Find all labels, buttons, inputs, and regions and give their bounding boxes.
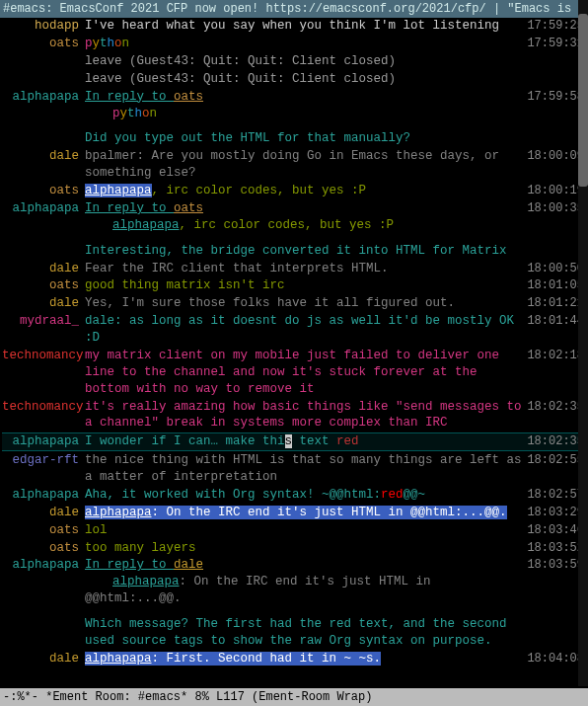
timestamp: 18:02:57 <box>525 487 586 503</box>
message-row: daleFear the IRC client that interprets … <box>2 261 586 277</box>
message-row: dalealphapapa: First. Second had it in ~… <box>2 651 586 667</box>
nick-dale: dale <box>2 505 85 521</box>
timestamp: 18:03:29 <box>525 505 586 520</box>
message-row: oatsalphapapa, irc color codes, but yes … <box>2 183 586 199</box>
message-row: alphapapaI wonder if I can… make this te… <box>2 432 586 451</box>
message-row: dalebpalmer: Are you mostly doing Go in … <box>2 148 586 182</box>
message-row: leave (Guest43: Quit: Quit: Client close… <box>2 53 586 70</box>
nick-alphapapa: alphapapa <box>2 433 85 450</box>
message-body: alphapapa: On the IRC end it's just HTML… <box>85 505 525 521</box>
message-body: it's really amazing how basic things lik… <box>85 399 525 432</box>
message-row: oatspython17:59:31 <box>2 36 586 52</box>
timestamp: 18:00:50 <box>525 261 586 276</box>
message-row: technomancyit's really amazing how basic… <box>2 399 586 432</box>
message-row: dalealphapapa: On the IRC end it's just … <box>2 505 586 521</box>
nick-alphapapa: alphapapa <box>2 487 85 504</box>
nick-alphapapa: alphapapa <box>2 89 85 106</box>
message-row: hodappI've heard what you say when you t… <box>2 18 586 35</box>
timestamp: 18:01:05 <box>525 277 586 293</box>
message-body: alphapapa: First. Second had it in ~ ~s. <box>85 651 525 667</box>
scrollbar[interactable] <box>578 0 588 686</box>
timestamp: 18:02:18 <box>525 348 586 363</box>
timestamp: 18:00:19 <box>525 183 586 198</box>
timestamp: 18:02:55 <box>525 452 586 468</box>
nick-alphapapa: alphapapa <box>2 557 85 574</box>
timestamp: 18:01:44 <box>525 313 586 329</box>
timestamp: 18:00:09 <box>525 148 586 164</box>
message-body: Did you type out the HTML for that manua… <box>85 130 525 147</box>
message-body: Interesting, the bridge converted it int… <box>85 243 525 260</box>
message-body: bpalmer: Are you mostly doing Go in Emac… <box>85 148 525 182</box>
message-row: edgar-rftthe nice thing with HTML is tha… <box>2 452 586 486</box>
timestamp: 18:03:59 <box>525 557 586 573</box>
nick-dale: dale <box>2 261 85 277</box>
message-row: oatsgood thing matrix isn't irc18:01:05 <box>2 277 586 294</box>
message-body: python <box>85 36 525 52</box>
scrollbar-thumb[interactable] <box>578 14 588 187</box>
timestamp: 18:03:46 <box>525 522 586 538</box>
message-body: Yes, I'm sure those folks have it all fi… <box>85 295 525 312</box>
message-row: alphapapaAha, it worked with Org syntax!… <box>2 487 586 504</box>
nick-technomancy: technomancy <box>2 348 85 364</box>
message-body: In reply to dalealphapapa: On the IRC en… <box>85 557 525 607</box>
nick-oats: oats <box>2 540 85 557</box>
message-body: I wonder if I can… make this text red <box>85 433 525 450</box>
message-body: I've heard what you say when you think I… <box>85 18 525 35</box>
message-body: good thing matrix isn't irc <box>85 277 525 294</box>
message-body: the nice thing with HTML is that so many… <box>85 452 525 486</box>
message-row: mydraal_dale: as long as it doesnt do js… <box>2 313 586 347</box>
message-body: too many layers <box>85 540 525 557</box>
timestamp: 17:59:31 <box>525 36 586 51</box>
message-row: alphapapaIn reply to dalealphapapa: On t… <box>2 557 586 607</box>
message-body: dale: as long as it doesnt do js as well… <box>85 313 525 347</box>
message-row: leave (Guest43: Quit: Quit: Client close… <box>2 71 586 88</box>
message-row: technomancymy matrix client on my mobile… <box>2 348 586 398</box>
message-body: Aha, it worked with Org syntax! ~@@html:… <box>85 487 525 504</box>
message-body: Fear the IRC client that interprets HTML… <box>85 261 525 277</box>
message-row: alphapapaIn reply to oatspython17:59:58 <box>2 89 586 122</box>
nick-dale: dale <box>2 148 85 165</box>
message-body: lol <box>85 522 525 539</box>
nick-oats: oats <box>2 277 85 294</box>
message-body: In reply to oatspython <box>85 89 525 122</box>
timestamp: 18:01:21 <box>525 295 586 311</box>
timestamp: 18:04:08 <box>525 651 586 667</box>
timestamp: 18:02:35 <box>525 433 586 449</box>
nick-technomancy: technomancy <box>2 399 85 416</box>
message-row: daleYes, I'm sure those folks have it al… <box>2 295 586 312</box>
message-body: alphapapa, irc color codes, but yes :P <box>85 183 525 199</box>
chat-messages[interactable]: hodappI've heard what you say when you t… <box>0 18 588 668</box>
nick-alphapapa: alphapapa <box>2 200 85 217</box>
timestamp: 18:03:52 <box>525 540 586 556</box>
message-body: leave (Guest43: Quit: Quit: Client close… <box>85 71 525 88</box>
timestamp: 18:02:35 <box>525 399 586 415</box>
nick-edgar-rft: edgar-rft <box>2 452 85 469</box>
timestamp: 17:59:58 <box>525 89 586 105</box>
message-row: oatslol18:03:46 <box>2 522 586 539</box>
message-body: leave (Guest43: Quit: Quit: Client close… <box>85 53 525 70</box>
message-row: alphapapaIn reply to oatsalphapapa, irc … <box>2 200 586 234</box>
message-row: Did you type out the HTML for that manua… <box>2 130 586 147</box>
header-bar: #emacs: EmacsConf 2021 CFP now open! htt… <box>0 0 588 18</box>
nick-dale: dale <box>2 295 85 312</box>
message-body: Which message? The first had the red tex… <box>85 616 525 650</box>
message-body: In reply to oatsalphapapa, irc color cod… <box>85 200 525 234</box>
message-body: my matrix client on my mobile just faile… <box>85 348 525 398</box>
message-row: Interesting, the bridge converted it int… <box>2 243 586 260</box>
timestamp: 17:59:25 <box>525 18 586 34</box>
timestamp: 18:00:35 <box>525 200 586 216</box>
nick-oats: oats <box>2 36 85 52</box>
nick-oats: oats <box>2 522 85 539</box>
message-row: Which message? The first had the red tex… <box>2 616 586 650</box>
message-row: oatstoo many layers18:03:52 <box>2 540 586 557</box>
nick-dale: dale <box>2 651 85 667</box>
nick-mydraal_: mydraal_ <box>2 313 85 330</box>
mode-line: -:%*- *Ement Room: #emacs* 8% L117 (Emen… <box>0 688 588 706</box>
nick-hodapp: hodapp <box>2 18 85 35</box>
nick-oats: oats <box>2 183 85 199</box>
